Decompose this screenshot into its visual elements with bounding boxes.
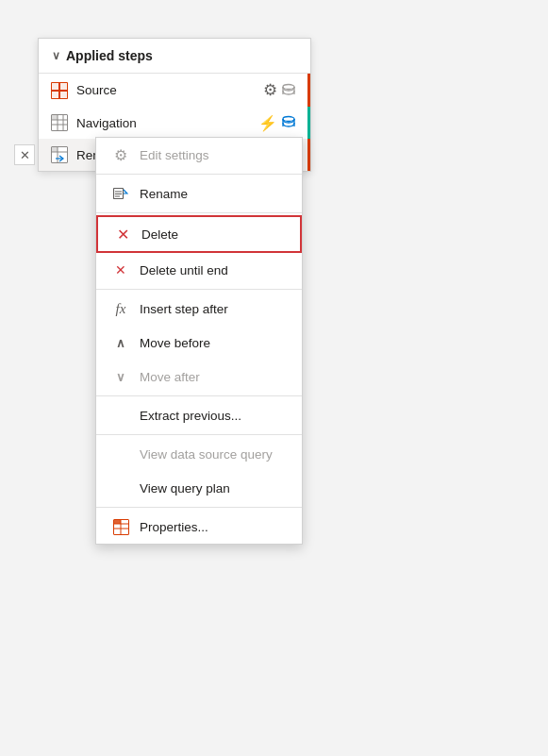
rename-label: Rename [140, 187, 188, 201]
menu-item-view-query-plan[interactable]: View query plan [96, 471, 302, 505]
bolt-icon: ⚡ [258, 114, 277, 132]
view-data-source-label: View data source query [140, 447, 273, 462]
delete-x-icon: ✕ [113, 225, 132, 244]
move-after-label: Move after [140, 370, 200, 384]
table-rename-icon [50, 145, 69, 164]
source-actions: ⚙ [263, 80, 296, 100]
properties-table-icon [111, 517, 130, 536]
extract-previous-label: Extract previous... [140, 409, 241, 423]
menu-item-insert-step[interactable]: fx Insert step after [96, 292, 302, 326]
delete-until-end-label: Delete until end [140, 263, 228, 277]
applied-steps-panel: ∨ Applied steps Source [38, 38, 311, 172]
table-grid-icon [50, 113, 69, 132]
delete-label: Delete [141, 227, 178, 242]
svg-rect-31 [114, 520, 121, 524]
svg-rect-3 [52, 92, 58, 98]
source-label: Source [76, 83, 256, 97]
svg-point-16 [283, 117, 294, 122]
step-item-source[interactable]: Source ⚙ [39, 74, 310, 107]
svg-rect-1 [52, 83, 58, 90]
table-orange-icon [50, 81, 69, 100]
gear-icon-menu: ⚙ [111, 145, 130, 164]
rename-icon [111, 184, 130, 203]
separator-2 [96, 212, 302, 213]
separator-5 [96, 434, 302, 435]
svg-rect-11 [52, 115, 58, 120]
step-item-renamed[interactable]: ✕ Renamed columns [39, 139, 310, 171]
separator-6 [96, 507, 302, 508]
separator-3 [96, 289, 302, 290]
gear-icon[interactable]: ⚙ [263, 80, 277, 100]
menu-item-extract-previous[interactable]: Extract previous... [96, 398, 302, 432]
insert-step-label: Insert step after [140, 302, 228, 316]
menu-item-view-data-source[interactable]: View data source query [96, 437, 302, 471]
separator-4 [96, 395, 302, 396]
svg-rect-4 [60, 92, 67, 98]
navigation-label: Navigation [76, 116, 251, 130]
db-icon-nav [281, 115, 296, 130]
delete-until-end-icon: ✕ [111, 260, 130, 279]
edit-settings-label: Edit settings [140, 148, 209, 162]
svg-point-7 [283, 84, 294, 89]
menu-item-move-after[interactable]: ∨ Move after [96, 360, 302, 394]
move-before-label: Move before [140, 336, 210, 350]
context-menu: ⚙ Edit settings [95, 137, 303, 545]
chevron-down-icon: ∨ [111, 367, 130, 386]
menu-item-delete[interactable]: ✕ Delete [96, 215, 302, 253]
navigation-actions: ⚡ [258, 114, 296, 132]
view-query-plan-label: View query plan [140, 481, 230, 496]
separator-1 [96, 174, 302, 175]
svg-rect-2 [60, 83, 67, 90]
menu-item-edit-settings[interactable]: ⚙ Edit settings [96, 138, 302, 172]
extract-prev-icon [111, 406, 130, 425]
close-button[interactable]: ✕ [14, 144, 35, 165]
menu-item-move-before[interactable]: ∧ Move before [96, 326, 302, 360]
db-icon-source [281, 83, 296, 98]
panel-header: ∨ Applied steps [39, 39, 310, 74]
properties-label: Properties... [140, 520, 208, 534]
step-item-navigation[interactable]: Navigation ⚡ [39, 107, 310, 139]
panel-title: Applied steps [66, 48, 153, 63]
steps-list: Source ⚙ [39, 74, 310, 171]
view-data-source-icon [111, 445, 130, 463]
chevron-icon: ∨ [52, 49, 60, 62]
chevron-up-icon: ∧ [111, 333, 130, 352]
svg-rect-20 [52, 147, 58, 152]
view-query-plan-icon [111, 479, 130, 497]
fx-icon: fx [111, 299, 130, 318]
menu-item-delete-until-end[interactable]: ✕ Delete until end [96, 253, 302, 287]
menu-item-rename[interactable]: Rename [96, 176, 302, 210]
menu-item-properties[interactable]: Properties... [96, 510, 302, 544]
